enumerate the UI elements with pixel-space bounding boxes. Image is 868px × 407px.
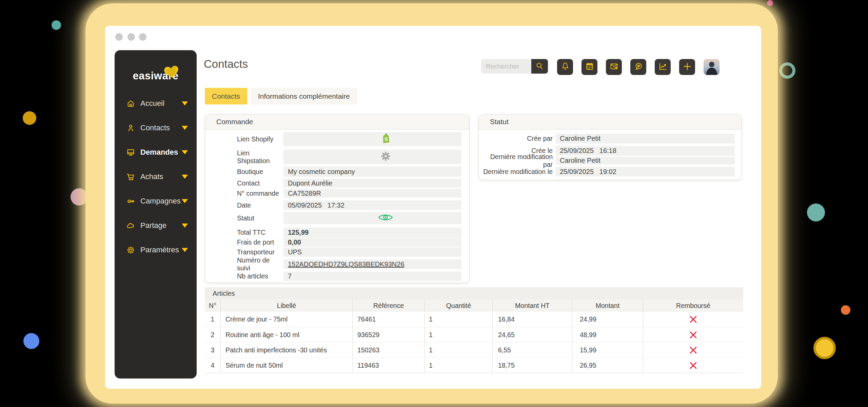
table-row[interactable]: 1 Crème de jour - 75ml 76461 1 16,84 24,… [205, 312, 743, 327]
frais-de-port-value[interactable]: 0,00 [283, 237, 461, 247]
cree-le-value[interactable]: 25/09/2025 16:18 [556, 146, 735, 156]
sidebar-item-label: Campagnes [140, 197, 181, 206]
column-header: Libellé [221, 299, 353, 312]
mail-button[interactable] [606, 59, 622, 75]
statut-eye-button[interactable] [283, 212, 461, 224]
chevron-down-icon [182, 150, 188, 154]
sidebar-item-demandes[interactable]: Demandes [115, 144, 197, 160]
rembourse-x-icon[interactable] [689, 315, 697, 323]
search-input[interactable] [481, 59, 531, 74]
search-button[interactable] [531, 59, 548, 74]
field-label: Boutique [237, 168, 283, 176]
row-quantite: 1 [425, 327, 493, 342]
shipstation-link[interactable] [283, 150, 461, 164]
column-header: Montant [572, 299, 643, 312]
sidebar-item-partage[interactable]: Partage [115, 217, 197, 234]
monitor-icon [126, 148, 135, 157]
commande-fields: Lien Shopify S Lien Shipstation [205, 130, 469, 281]
sidebar: easiware Accueil [115, 50, 197, 379]
contact-value[interactable]: Dupont Aurélie [283, 179, 461, 188]
field-derniere-modification-le: Dernière modification le 25/09/2025 19:0… [481, 167, 742, 176]
sidebar-item-label: Demandes [140, 148, 178, 157]
table-row[interactable]: 2 Routine anti âge - 100 ml 936529 1 24,… [205, 327, 743, 342]
statut-panel-title: Statut [479, 114, 742, 130]
statut-panel: Statut Crée par Caroline Petit Crée le 2… [478, 114, 742, 180]
gear-icon [126, 246, 135, 255]
transporteur-value[interactable]: UPS [283, 248, 461, 257]
window-control-dot [127, 33, 135, 41]
row-montant: 48,99 [572, 327, 643, 342]
header-actions [557, 59, 719, 75]
field-label: Lien Shipstation [237, 149, 283, 165]
row-quantite: 1 [425, 342, 493, 357]
field-label: Contact [237, 179, 283, 187]
nb-articles-value[interactable]: 7 [283, 272, 461, 281]
total-ttc-value[interactable]: 125,99 [283, 228, 461, 237]
page-title: Contacts [204, 58, 248, 71]
row-libelle: Crème de jour - 75ml [221, 312, 353, 327]
row-libelle: Routine anti âge - 100 ml [221, 327, 353, 342]
chat-button[interactable] [630, 59, 646, 75]
cloud-icon [126, 221, 135, 230]
column-header: Référence [353, 299, 425, 312]
field-label: Transporteur [237, 248, 283, 256]
row-montant-ht: 24,65 [493, 327, 572, 342]
calendar-button[interactable] [581, 59, 597, 75]
home-icon [126, 99, 135, 108]
row-num: 4 [205, 357, 221, 373]
notifications-button[interactable] [557, 59, 573, 75]
derniere-modification-le-value[interactable]: 25/09/2025 19:02 [556, 167, 735, 176]
field-derniere-modification-par: Dernière modification par Caroline Petit [481, 157, 742, 164]
chat-icon [634, 62, 643, 72]
row-reference: 936529 [353, 327, 425, 342]
tab-bar: Contacts Informations complémentaire [205, 88, 357, 104]
tab-contacts[interactable]: Contacts [205, 88, 247, 104]
heart-icon [163, 65, 180, 81]
sidebar-item-contacts[interactable]: Contacts [115, 120, 197, 136]
field-lien-shopify: Lien Shopify S [237, 132, 469, 146]
numero-commande-value[interactable]: CA75289R [283, 189, 461, 198]
decor-dot [807, 204, 825, 221]
decor-dot [841, 305, 850, 315]
sidebar-item-parametres[interactable]: Paramètres [115, 242, 197, 258]
rembourse-x-icon[interactable] [689, 346, 697, 354]
column-header: Quantité [425, 299, 493, 312]
row-reference: 76461 [353, 312, 425, 327]
decor-dot [767, 0, 773, 6]
tab-informations-complementaire[interactable]: Informations complémentaire [251, 88, 357, 104]
row-libelle: Sérum de nuit 50ml [221, 357, 353, 373]
boutique-value[interactable]: My cosmetic company [283, 167, 461, 177]
rembourse-x-icon[interactable] [689, 362, 697, 369]
eye-icon [352, 205, 393, 231]
table-row[interactable]: 4 Sérum de nuit 50ml 119463 1 18,75 26,9… [205, 357, 743, 373]
articles-table: Articles N° Libellé Référence Quantité M… [205, 287, 743, 373]
column-header: Montant HT [493, 299, 572, 312]
decor-dot [71, 188, 88, 206]
field-cree-par: Crée par Caroline Petit [481, 134, 742, 143]
key-icon [126, 197, 135, 206]
sidebar-item-accueil[interactable]: Accueil [115, 95, 197, 112]
field-frais-de-port: Frais de port 0,00 [237, 237, 469, 247]
decor-dot [813, 337, 836, 359]
field-label: Frais de port [237, 238, 283, 246]
chevron-down-icon [182, 101, 188, 105]
stats-button[interactable] [655, 59, 671, 75]
avatar[interactable] [704, 59, 719, 75]
sidebar-item-achats[interactable]: Achats [115, 169, 197, 185]
search-icon [535, 61, 544, 72]
add-button[interactable] [679, 59, 695, 75]
search-bar [481, 59, 548, 74]
sidebar-item-campagnes[interactable]: Campagnes [115, 193, 197, 209]
table-row[interactable]: 3 Patch anti imperfections -30 unités 15… [205, 342, 743, 357]
sidebar-item-label: Contacts [140, 123, 170, 132]
field-statut: Statut [237, 212, 469, 224]
cree-par-value[interactable]: Caroline Petit [556, 134, 735, 143]
derniere-modification-par-value[interactable]: Caroline Petit [556, 157, 735, 164]
tracking-number-link[interactable]: 152ADOEDHD7Z9LQS83BEDK93N26 [283, 259, 461, 269]
articles-title: Articles [205, 287, 743, 299]
rembourse-x-icon[interactable] [689, 331, 697, 339]
field-label: Numéro de suivi [237, 256, 283, 272]
row-libelle: Patch anti imperfections -30 unités [221, 342, 353, 357]
field-boutique: Boutique My cosmetic company [237, 167, 469, 177]
field-numero-de-suivi: Numéro de suivi 152ADOEDHD7Z9LQS83BEDK93… [237, 259, 469, 269]
